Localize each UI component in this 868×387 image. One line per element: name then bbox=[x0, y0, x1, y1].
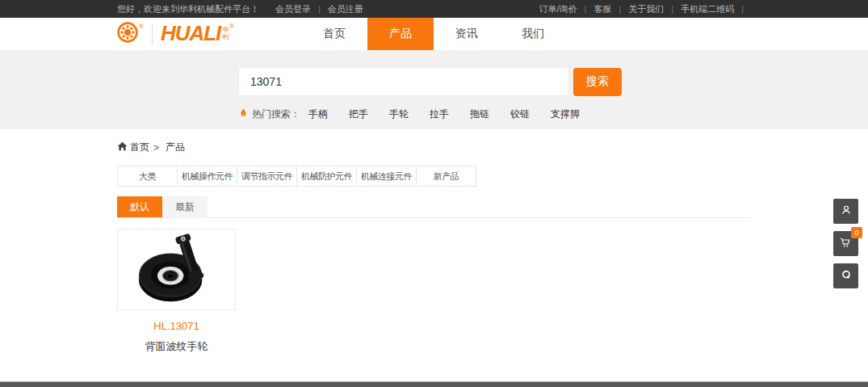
hot-term-handwheel[interactable]: 手轮 bbox=[389, 107, 409, 121]
product-code[interactable]: HL.13071 bbox=[117, 320, 236, 332]
search-button[interactable]: 搜索 bbox=[573, 68, 622, 96]
account-button[interactable] bbox=[833, 199, 858, 224]
hot-search-row: 热门搜索： 手柄 把手 手轮 拉手 拖链 铰链 支撑脚 bbox=[238, 107, 868, 121]
separator: | bbox=[619, 4, 621, 14]
product-image bbox=[117, 229, 236, 310]
search-input[interactable] bbox=[238, 67, 569, 96]
nav-item-products[interactable]: 产品 bbox=[367, 18, 434, 50]
gear-icon bbox=[117, 22, 138, 46]
logo-divider bbox=[152, 24, 153, 45]
separator: | bbox=[741, 4, 744, 14]
breadcrumb-separator: > bbox=[153, 142, 159, 154]
category-tab-indicating[interactable]: 调节指示元件 bbox=[237, 166, 297, 187]
registered-mark: ® bbox=[139, 23, 144, 30]
mobile-qrcode-link[interactable]: 手机端二维码 bbox=[681, 3, 734, 15]
category-tab-operating[interactable]: 机械操作元件 bbox=[177, 166, 237, 187]
handwheel-image bbox=[118, 229, 235, 309]
main-nav: 首页 产品 资讯 我们 bbox=[301, 18, 566, 50]
nav-item-news[interactable]: 资讯 bbox=[434, 18, 500, 50]
brand-cn-char: 华 bbox=[222, 26, 229, 33]
page: 您好，欢迎来到华利机械配件平台！ 会员登录 | 会员注册 订单/询价 | 客服 … bbox=[0, 0, 868, 387]
hot-term-support-foot[interactable]: 支撑脚 bbox=[551, 107, 580, 121]
home-icon bbox=[117, 141, 128, 154]
topbar-left: 您好，欢迎来到华利机械配件平台！ 会员登录 | 会员注册 bbox=[117, 3, 363, 15]
breadcrumb: 首页 > 产品 bbox=[117, 141, 751, 154]
topbar-right: 订单/询价 | 客服 | 关于我们 | 手机端二维码 | bbox=[539, 3, 752, 15]
brand-logo[interactable]: ® HUALI 华 利 ® bbox=[117, 22, 234, 46]
member-register-link[interactable]: 会员注册 bbox=[328, 3, 363, 15]
hot-search-label: 热门搜索： bbox=[252, 107, 300, 121]
nav-item-home[interactable]: 首页 bbox=[301, 18, 367, 50]
cart-button[interactable]: 0 bbox=[833, 231, 858, 256]
hot-term-pull-handle[interactable]: 拉手 bbox=[430, 107, 449, 121]
breadcrumb-home[interactable]: 首页 bbox=[130, 141, 149, 154]
welcome-text: 您好，欢迎来到华利机械配件平台！ bbox=[117, 3, 259, 15]
cart-icon bbox=[839, 236, 853, 252]
footer-bar bbox=[0, 381, 868, 387]
user-icon bbox=[840, 204, 853, 219]
hot-term-drag-chain[interactable]: 拖链 bbox=[470, 107, 489, 121]
sort-tab-default[interactable]: 默认 bbox=[117, 196, 162, 217]
product-grid: HL.13071 背面波纹手轮 bbox=[117, 229, 751, 354]
fire-icon bbox=[238, 107, 249, 121]
member-login-link[interactable]: 会员登录 bbox=[275, 3, 311, 15]
service-button[interactable] bbox=[833, 263, 858, 288]
product-card[interactable]: HL.13071 背面波纹手轮 bbox=[117, 229, 236, 354]
hot-term-grip[interactable]: 把手 bbox=[349, 107, 368, 121]
main-content: 首页 > 产品 大类 机械操作元件 调节指示元件 机械防护元件 机械连接元件 新… bbox=[117, 141, 751, 354]
separator: | bbox=[318, 4, 321, 14]
orders-inquiry-link[interactable]: 订单/询价 bbox=[539, 3, 577, 15]
floating-toolbar: 0 bbox=[833, 199, 858, 296]
topbar: 您好，欢迎来到华利机械配件平台！ 会员登录 | 会员注册 订单/询价 | 客服 … bbox=[0, 0, 868, 18]
breadcrumb-current: 产品 bbox=[166, 141, 185, 154]
product-name: 背面波纹手轮 bbox=[117, 339, 236, 354]
customer-service-icon bbox=[840, 268, 853, 284]
nav-item-about[interactable]: 我们 bbox=[500, 18, 566, 50]
category-tabs: 大类 机械操作元件 调节指示元件 机械防护元件 机械连接元件 新产品 bbox=[117, 166, 751, 187]
brand-cn-char: 利 bbox=[222, 33, 229, 40]
about-us-link[interactable]: 关于我们 bbox=[628, 3, 664, 15]
sort-tabs: 默认 最新 bbox=[117, 196, 751, 218]
hot-term-handle[interactable]: 手柄 bbox=[308, 107, 328, 121]
category-tab-main[interactable]: 大类 bbox=[117, 166, 178, 187]
separator: | bbox=[671, 4, 673, 14]
cart-count-badge: 0 bbox=[851, 227, 862, 238]
category-tab-new[interactable]: 新产品 bbox=[416, 166, 476, 187]
header: ® HUALI 华 利 ® 首页 产品 资讯 我们 bbox=[0, 18, 868, 50]
category-tab-connection[interactable]: 机械连接元件 bbox=[356, 166, 417, 187]
customer-service-link[interactable]: 客服 bbox=[593, 3, 611, 15]
brand-chinese: 华 利 bbox=[222, 26, 229, 40]
category-tab-protection[interactable]: 机械防护元件 bbox=[296, 166, 357, 187]
hot-term-hinge[interactable]: 铰链 bbox=[510, 107, 530, 121]
separator: | bbox=[585, 4, 587, 14]
brand-name: HUALI bbox=[161, 22, 220, 44]
registered-mark: ® bbox=[229, 23, 234, 30]
sort-tab-newest[interactable]: 最新 bbox=[162, 196, 208, 217]
search-section: 搜索 热门搜索： 手柄 把手 手轮 拉手 拖链 铰链 支撑脚 bbox=[0, 50, 868, 129]
